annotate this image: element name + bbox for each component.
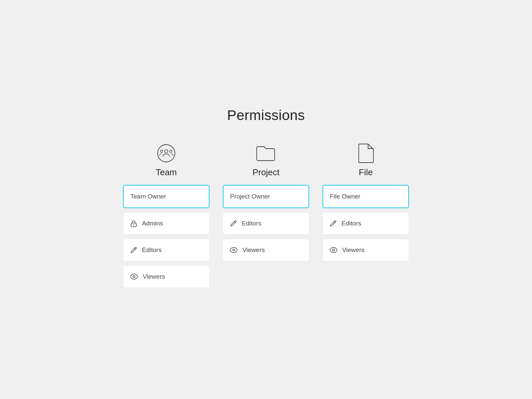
svg-line-10 — [334, 221, 335, 223]
team-editors-card[interactable]: Editors — [123, 239, 209, 261]
svg-point-2 — [161, 150, 163, 152]
team-owner-label: Team Owner — [130, 193, 166, 200]
project-viewers-label: Viewers — [242, 246, 265, 254]
project-owner-card[interactable]: Project Owner — [223, 185, 309, 208]
team-editors-label: Editors — [142, 246, 162, 254]
eye-icon-project — [230, 246, 238, 254]
file-owner-label: File Owner — [330, 193, 360, 200]
column-project: Project Project Owner Editors — [223, 143, 309, 265]
team-viewers-card[interactable]: Viewers — [123, 265, 209, 288]
file-icon — [356, 143, 376, 163]
file-viewers-label: Viewers — [342, 246, 364, 254]
pen-icon — [130, 246, 137, 254]
team-viewers-label: Viewers — [143, 273, 165, 280]
lock-icon — [130, 220, 137, 227]
svg-point-7 — [133, 276, 135, 278]
project-editors-card[interactable]: Editors — [223, 212, 309, 235]
file-owner-card[interactable]: File Owner — [323, 185, 409, 208]
column-file: File File Owner Editors — [323, 143, 409, 265]
page-container: Permissions Team Team — [0, 107, 532, 292]
eye-icon-file — [330, 246, 337, 254]
folder-icon — [256, 143, 276, 163]
svg-point-3 — [170, 150, 172, 152]
svg-point-9 — [233, 249, 235, 251]
team-icon — [156, 143, 176, 163]
svg-point-11 — [332, 249, 334, 251]
column-team: Team Team Owner Admins — [123, 143, 209, 292]
file-viewers-card[interactable]: Viewers — [323, 239, 409, 261]
column-team-title: Team — [156, 167, 177, 178]
admins-card[interactable]: Admins — [123, 212, 209, 235]
column-file-title: File — [359, 167, 373, 178]
file-editors-label: Editors — [341, 220, 361, 227]
pen-icon-file — [330, 220, 337, 227]
svg-point-0 — [158, 145, 175, 162]
columns-wrapper: Team Team Owner Admins — [123, 143, 409, 292]
pen-icon-project — [230, 220, 237, 227]
admins-label: Admins — [142, 220, 163, 227]
svg-point-5 — [133, 224, 134, 225]
eye-icon — [130, 273, 138, 280]
project-editors-label: Editors — [242, 220, 261, 227]
team-owner-card[interactable]: Team Owner — [123, 185, 209, 208]
column-project-title: Project — [253, 167, 280, 178]
svg-line-6 — [134, 248, 136, 249]
project-owner-label: Project Owner — [230, 193, 270, 200]
file-editors-card[interactable]: Editors — [323, 212, 409, 235]
svg-point-1 — [165, 150, 168, 153]
page-title: Permissions — [227, 107, 305, 123]
svg-line-8 — [234, 221, 235, 223]
project-viewers-card[interactable]: Viewers — [223, 239, 309, 261]
